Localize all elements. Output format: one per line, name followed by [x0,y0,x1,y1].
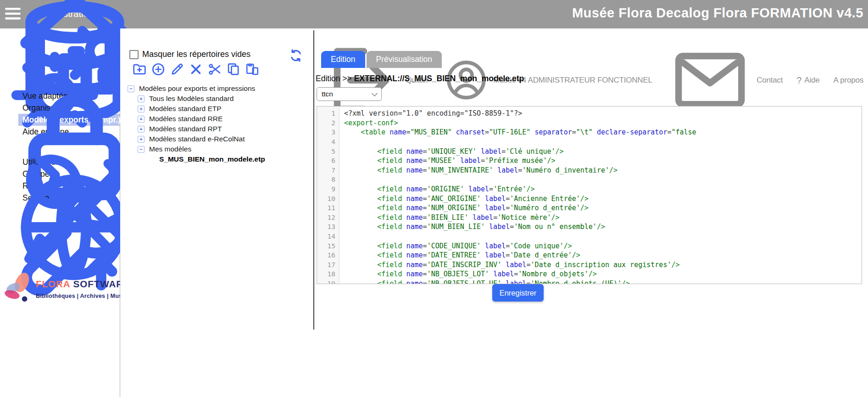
tree-item-label: Modèles standard e-ReColNat [149,135,245,143]
flora-logo-text: FLORA SOFTWARE Bibliothèques | Archives … [36,279,132,299]
tree-item[interactable]: Modèles standard RPT [128,124,312,134]
tree-item[interactable]: Modèles standard ETP [128,104,312,114]
code-text: <field name='NB_OBJETS_LOT_UE' label='No… [339,280,630,284]
line-number: 13 [317,223,339,230]
code-line: 2 <export-conf> [317,118,862,128]
line-number: 7 [317,167,339,174]
code-line: 17 <field name='DATE_INSCRIP_INV' label=… [317,260,862,270]
brand-primary: FLORA [36,279,70,289]
line-number: 12 [317,214,339,221]
add-item-button[interactable] [151,62,166,77]
editor-panel: Quitter Musée v4 ADMINISTRATEUR FONCTION… [314,28,868,397]
code-text: <field name='MUSEE' label='Préfixe musée… [339,157,556,165]
line-number: 8 [317,176,339,183]
format-select[interactable]: ttcn [317,87,382,101]
tab-previsualisation[interactable]: Prévisualisation [367,51,442,68]
delete-icon [189,62,203,78]
code-line: 5 <field name='UNIQUE_KEY' label='Clé un… [317,146,862,156]
line-number: 3 [317,129,339,136]
add-folder-icon [132,62,147,78]
aide-link[interactable]: ? Aide [796,76,819,85]
line-number: 1 [317,110,339,117]
tree-expander[interactable] [138,95,145,102]
app-title: Musée Flora Decalog Flora FORMATION v4.5 [572,6,863,21]
sidebar: Général Données Pa [0,28,120,397]
tree-item-label: Modèles pour exports et impressions [139,84,255,93]
help-icon: ? [796,76,801,85]
code-line: 8 [317,175,862,185]
tree-item[interactable]: Tous les Modèles standard [128,94,312,104]
line-number: 5 [317,148,339,155]
tree-item[interactable]: Modèles pour exports et impressions [128,84,312,94]
brand-tagline: Bibliothèques | Archives | Musées [36,293,132,299]
code-text: <table name="MUS_BIEN" charset="UTF-16LE… [339,128,696,136]
paste-button[interactable] [245,62,260,77]
tree-item-label: S_MUS_BIEN_mon_modele.etp [159,155,265,163]
cut-button[interactable] [207,62,222,77]
tree-item[interactable]: Modèles standard e-ReColNat [128,134,312,144]
tree-item[interactable]: Modèles standard RRE [128,114,312,124]
code-text: <field name='NB_OBJETS_LOT' label='Nombr… [339,270,597,278]
tree-expander[interactable] [138,136,145,143]
code-text: <export-conf> [339,119,398,127]
delete-button[interactable] [189,62,203,77]
line-number: 6 [317,157,339,164]
editor-tabs: EditionPrévisualisation [321,51,442,68]
tree-expander[interactable] [138,116,145,123]
model-tree: Modèles pour exports et impressions Tous… [128,84,312,164]
tab-edition[interactable]: Edition [321,51,365,68]
code-line: 9 <field name='ORIGINE' label='Entrée'/> [317,185,862,194]
tree-expander[interactable] [128,85,134,92]
code-editor[interactable]: 1 <?xml version="1.0" encoding="ISO-8859… [317,106,862,284]
line-number: 2 [317,119,339,127]
edit-button[interactable] [170,62,184,77]
app-window: Administration Musée Flora Decalog Flora… [0,0,868,397]
code-text: <field name='NUM_INVENTAIRE' label='Numé… [339,166,618,174]
save-button[interactable]: Enregistrer [492,284,544,302]
code-text: <field name='DATE_INSCRIP_INV' label='Da… [339,261,680,269]
hide-empty-checkbox[interactable] [129,50,139,59]
copy-button[interactable] [226,62,241,77]
flora-logo: FLORA SOFTWARE Bibliothèques | Archives … [1,271,132,307]
flora-flower-icon [1,271,35,307]
code-text: <field name='ORIGINE' label='Entrée'/> [339,185,534,193]
code-line: 6 <field name='MUSEE' label='Préfixe mus… [317,156,862,166]
code-line: 16 <field name='DATE_ENTREE' label='Date… [317,251,862,260]
code-line: 4 [317,137,862,147]
tree-item[interactable]: S_MUS_BIEN_mon_modele.etp [128,154,312,164]
line-number: 14 [317,233,339,240]
tree-expander[interactable] [138,126,145,133]
tree-expander[interactable] [138,106,145,112]
paste-icon [245,62,260,78]
edit-icon [170,62,184,78]
tree-expander[interactable] [138,146,145,153]
add-folder-button[interactable] [132,62,147,77]
tree-item[interactable]: Mes modèles [128,144,312,154]
code-line: 14 [317,232,862,241]
sidebar-section: Utilitaires [0,240,120,259]
tree-item-label: Modèles standard RRE [149,115,223,123]
code-text: <field name='CODE_UNIQUE' label='Code un… [339,242,572,250]
tree-item-label: Tous les Modèles standard [149,95,234,103]
sidebar-menu: Général Données Pa [0,28,120,259]
code-line: 11 <field name='NUM_ORIGINE' label='Numé… [317,203,862,213]
breadcrumb: Edition >> EXTERNAL://S_MUS_BIEN_mon_mod… [316,74,524,84]
tree-item-label: Modèles standard RPT [149,125,222,133]
sidebar-section-header[interactable]: Utilitaires [0,240,120,259]
refresh-icon[interactable] [289,49,303,62]
line-number: 19 [317,280,339,284]
breadcrumb-prefix: Edition >> [316,74,354,83]
code-line: 1 <?xml version="1.0" encoding="ISO-8859… [317,109,862,118]
code-text: <?xml version="1.0" encoding="ISO-8859-1… [339,109,522,117]
code-line: 13 <field name='NUM_BIEN_LIE' label='Nom… [317,222,862,232]
line-number: 10 [317,195,339,202]
chevron-down-icon [372,90,378,96]
line-number: 15 [317,242,339,250]
code-text: <field name='UNIQUE_KEY' label='Clé uniq… [339,147,564,156]
line-number: 16 [317,252,339,259]
code-line: 19 <field name='NB_OBJETS_LOT_UE' label=… [317,279,862,284]
apropos-link[interactable]: A propos [833,76,863,85]
line-number: 17 [317,261,339,268]
code-text: <field name='ANC_ORIGINE' label='Ancienn… [339,195,589,203]
line-number: 18 [317,270,339,278]
